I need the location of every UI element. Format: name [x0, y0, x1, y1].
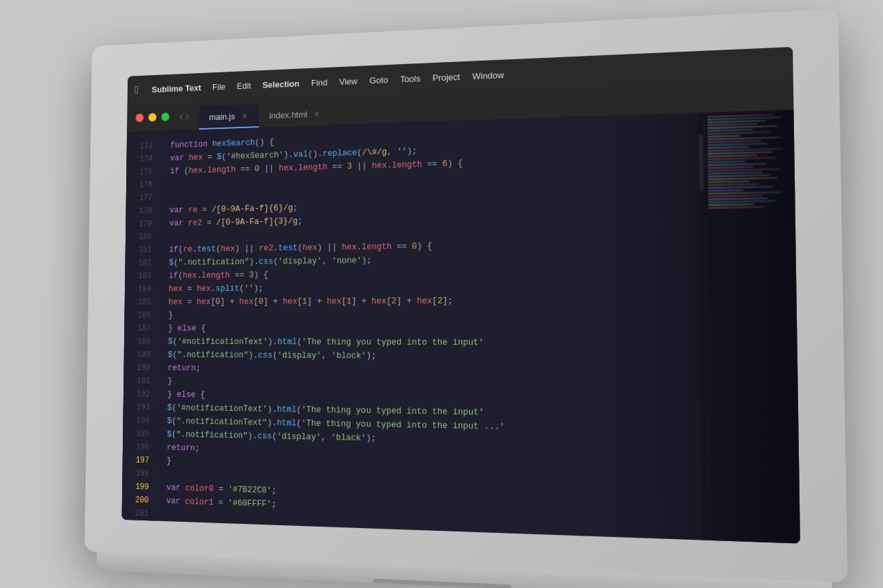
line-num-202: 202 — [135, 520, 148, 534]
line-num-180: 180 — [139, 230, 152, 243]
minimap-content — [704, 110, 795, 212]
line-num-172: 172 — [140, 139, 153, 152]
navigation-arrows: ‹ › — [179, 109, 190, 123]
line-num-174: 174 — [139, 152, 152, 165]
line-num-178: 178 — [139, 204, 152, 217]
line-num-179: 179 — [139, 217, 152, 230]
line-num-193: 193 — [137, 401, 150, 414]
tabs-area: main.js ✕ index.html ✕ — [199, 96, 332, 129]
line-num-177: 177 — [139, 191, 152, 204]
menu-window[interactable]: Window — [473, 69, 504, 81]
line-num-184: 184 — [138, 283, 152, 296]
line-num-192: 192 — [137, 387, 150, 401]
laptop-notch — [373, 578, 512, 588]
laptop-base — [97, 551, 833, 588]
menu-edit[interactable]: Edit — [237, 80, 251, 90]
line-num-189: 189 — [137, 348, 151, 361]
line-num-181: 181 — [139, 243, 152, 256]
minimize-button[interactable] — [148, 112, 157, 121]
scrollbar-thumb[interactable] — [699, 134, 704, 191]
menu-goto[interactable]: Goto — [370, 74, 388, 85]
tab-index-html-label: index.html — [269, 109, 307, 120]
minimap-line — [708, 203, 754, 205]
tab-main-js-label: main.js — [209, 111, 235, 122]
line-num-187: 187 — [137, 322, 151, 335]
line-num-198: 198 — [135, 467, 149, 480]
tab-main-js[interactable]: main.js ✕ — [199, 103, 259, 129]
laptop-frame:  Sublime Text File Edit Selection Find … — [84, 8, 847, 582]
tab-index-html[interactable]: index.html ✕ — [259, 101, 332, 127]
line-num-190: 190 — [137, 361, 150, 374]
code-line-186: } — [168, 307, 694, 322]
line-num-195: 195 — [136, 427, 150, 440]
line-num-176: 176 — [139, 178, 152, 191]
close-button[interactable] — [136, 113, 144, 122]
line-num-199: 199 — [135, 480, 149, 494]
maximize-button[interactable] — [161, 112, 170, 121]
menu-sublime-text[interactable]: Sublime Text — [152, 82, 201, 94]
menu-tools[interactable]: Tools — [400, 73, 420, 84]
code-line-185: hex = hex[0] + hex[0] + hex[1] + hex[1] … — [168, 293, 694, 309]
minimap-line — [708, 180, 749, 183]
back-arrow[interactable]: ‹ — [179, 109, 183, 123]
menu-file[interactable]: File — [212, 81, 226, 92]
minimap — [704, 110, 800, 543]
line-num-197: 197 — [136, 454, 150, 467]
minimap-line — [708, 160, 745, 163]
line-numbers: 172 174 175 176 177 178 179 180 181 182 … — [122, 131, 161, 520]
line-num-182: 182 — [138, 256, 152, 270]
editor-area: 172 174 175 176 177 178 179 180 181 182 … — [122, 110, 800, 543]
line-num-200: 200 — [135, 493, 149, 507]
window-controls — [136, 112, 170, 122]
line-num-191: 191 — [137, 374, 150, 387]
menu-selection[interactable]: Selection — [262, 78, 299, 90]
menu-project[interactable]: Project — [433, 71, 460, 82]
code-content[interactable]: function hexSearch() { var hex = $('#hex… — [156, 113, 708, 540]
line-num-194: 194 — [136, 414, 150, 427]
line-num-175: 175 — [139, 165, 152, 179]
line-num-201: 201 — [135, 507, 149, 520]
forward-arrow[interactable]: › — [186, 109, 190, 123]
apple-icon:  — [135, 84, 138, 96]
menu-find[interactable]: Find — [311, 77, 328, 87]
screen:  Sublime Text File Edit Selection Find … — [122, 46, 800, 543]
line-num-203: 203 — [135, 533, 148, 543]
tab-main-js-close[interactable]: ✕ — [240, 110, 249, 120]
tab-index-html-close[interactable]: ✕ — [312, 108, 321, 118]
line-num-188: 188 — [137, 335, 151, 348]
code-line-187: } else { — [168, 321, 695, 336]
line-num-185: 185 — [138, 296, 152, 309]
line-num-196: 196 — [136, 440, 150, 454]
menu-view[interactable]: View — [339, 75, 358, 86]
minimap-line — [708, 189, 744, 192]
line-num-186: 186 — [137, 309, 151, 322]
line-num-183: 183 — [138, 270, 152, 283]
